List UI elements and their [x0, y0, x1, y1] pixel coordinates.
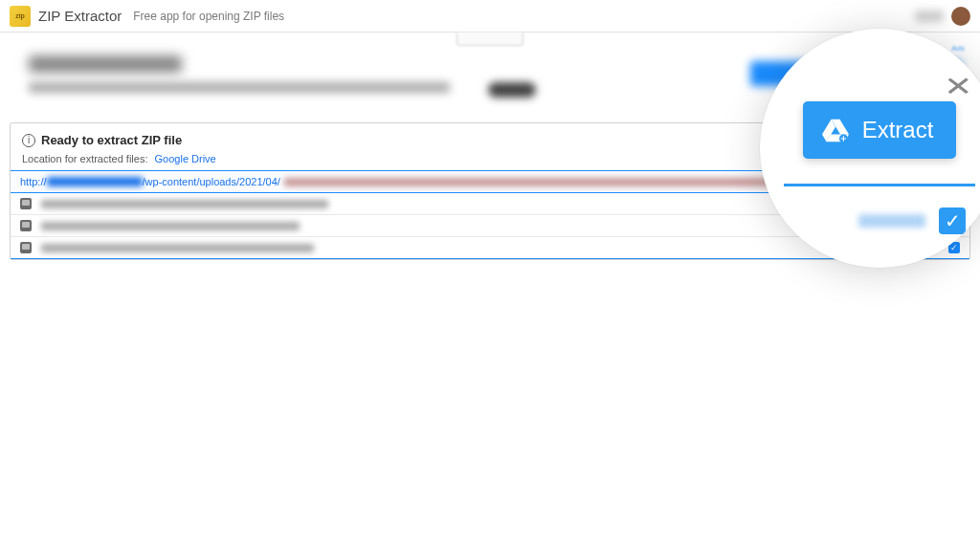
ad-pill-blurred: [488, 82, 536, 98]
location-link[interactable]: Google Drive: [155, 153, 216, 164]
file-name-blurred: [41, 244, 314, 252]
app-title: ZIP Extractor: [38, 8, 122, 24]
extract-button-magnified-label: Extract: [862, 117, 934, 143]
tab-notch: [457, 33, 523, 46]
app-header: zip ZIP Extractor Free app for opening Z…: [0, 0, 980, 33]
app-icon: zip: [10, 6, 31, 27]
app-subtitle: Free app for opening ZIP files: [133, 10, 284, 23]
callout-checkbox[interactable]: ✓: [939, 207, 966, 234]
image-file-icon: [20, 220, 32, 231]
close-icon[interactable]: ✕: [944, 71, 972, 102]
image-file-icon: [20, 198, 32, 209]
archive-protocol: http://: [20, 176, 47, 187]
callout-size-blurred: [858, 214, 925, 228]
ad-label: Ads: [951, 44, 965, 53]
google-drive-plus-icon: [822, 118, 849, 142]
image-file-icon: [20, 242, 32, 253]
callout-bottom-row: ✓: [793, 207, 966, 234]
header-right: [915, 7, 970, 26]
ad-text-blurred: [29, 82, 450, 93]
file-name-blurred: [41, 222, 300, 230]
file-name-blurred: [41, 200, 328, 208]
app-icon-label: zip: [15, 12, 25, 19]
archive-filename-blurred: [284, 178, 811, 186]
extract-button-magnified[interactable]: Extract: [803, 101, 957, 159]
ad-heading-blurred: [29, 55, 182, 73]
location-label: Location for extracted files:: [22, 153, 147, 164]
header-text-blurred: [915, 11, 944, 22]
user-avatar[interactable]: [951, 7, 970, 26]
archive-path: /wp-content/uploads/2021/04/: [143, 176, 280, 187]
archive-domain-blurred: [47, 177, 143, 186]
callout-divider: [784, 184, 975, 186]
info-icon: i: [22, 134, 35, 147]
ready-text: Ready to extract ZIP file: [41, 133, 182, 147]
